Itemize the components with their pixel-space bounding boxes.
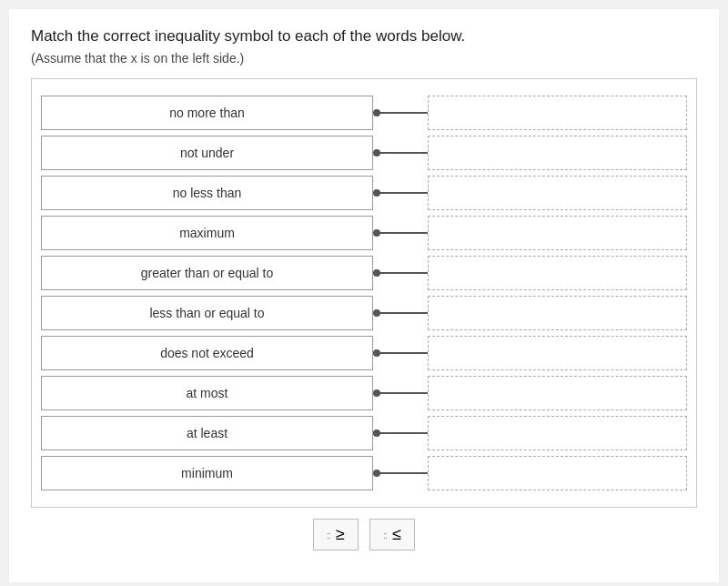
gte-button[interactable]: :: ≥ — [313, 519, 359, 551]
connector-area — [373, 88, 428, 498]
matching-area: no more thannot underno less thanmaximum… — [31, 78, 697, 508]
right-drop-8[interactable] — [428, 416, 687, 450]
left-item-0: no more than — [41, 96, 373, 130]
page: Match the correct inequality symbol to e… — [9, 9, 719, 582]
left-item-7: at most — [41, 376, 373, 410]
connector-1 — [373, 136, 428, 170]
left-column: no more thannot underno less thanmaximum… — [32, 88, 373, 498]
right-drop-4[interactable] — [428, 256, 687, 290]
left-item-6: does not exceed — [41, 336, 373, 370]
connector-5 — [373, 296, 428, 330]
right-drop-0[interactable] — [428, 96, 687, 130]
right-drop-7[interactable] — [428, 376, 687, 410]
connector-6 — [373, 336, 428, 370]
left-item-8: at least — [41, 416, 373, 450]
connector-0 — [373, 96, 428, 130]
bottom-bar: :: ≥ :: ≤ — [31, 519, 697, 551]
lte-symbol: ≤ — [392, 525, 401, 544]
left-item-1: not under — [41, 136, 373, 170]
right-drop-1[interactable] — [428, 136, 687, 170]
lte-button[interactable]: :: ≤ — [369, 519, 415, 551]
right-drop-3[interactable] — [428, 216, 687, 250]
connector-7 — [373, 376, 428, 410]
connector-3 — [373, 216, 428, 250]
gte-symbol: ≥ — [336, 525, 345, 544]
left-item-4: greater than or equal to — [41, 256, 373, 290]
left-item-5: less than or equal to — [41, 296, 373, 330]
page-title: Match the correct inequality symbol to e… — [31, 27, 697, 45]
connector-9 — [373, 456, 428, 490]
right-column — [428, 88, 696, 498]
page-subtitle: (Assume that the x is on the left side.) — [31, 51, 697, 66]
left-item-3: maximum — [41, 216, 373, 250]
lte-dots: :: — [383, 530, 387, 541]
connector-4 — [373, 256, 428, 290]
right-drop-6[interactable] — [428, 336, 687, 370]
connector-2 — [373, 176, 428, 210]
left-item-2: no less than — [41, 176, 373, 210]
gte-dots: :: — [327, 530, 330, 541]
right-drop-2[interactable] — [428, 176, 687, 210]
right-drop-5[interactable] — [428, 296, 687, 330]
connector-8 — [373, 416, 428, 450]
left-item-9: minimum — [41, 456, 373, 490]
right-drop-9[interactable] — [428, 456, 687, 490]
